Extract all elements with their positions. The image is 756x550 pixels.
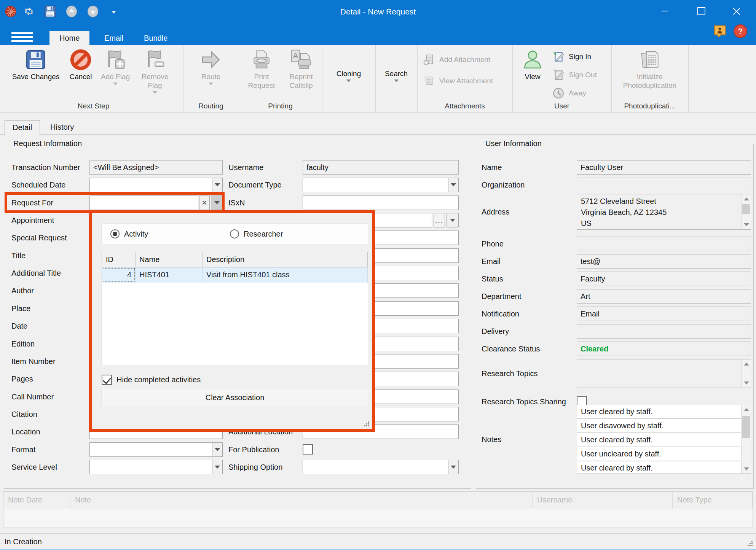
note-item[interactable]: User uncleared by staff.: [577, 447, 741, 461]
for-publication-checkbox[interactable]: [303, 444, 313, 455]
grid-cell-name[interactable]: HIST401: [136, 267, 203, 283]
cloning-button[interactable]: Cloning: [327, 47, 371, 82]
call-number-label: Call Number: [11, 389, 54, 404]
status-field: Faculty: [577, 272, 751, 286]
sign-in-button[interactable]: Sign In: [552, 50, 591, 63]
demote-icon[interactable]: [85, 3, 100, 19]
edition-label: Edition: [11, 337, 35, 351]
scheduled-date-input[interactable]: [89, 178, 223, 192]
hide-completed-checkbox[interactable]: [102, 375, 112, 385]
save-changes-button[interactable]: Save Changes: [9, 47, 62, 81]
special-request-label: Special Request: [11, 230, 67, 245]
department-field: Art: [577, 289, 751, 304]
shipping-option-input[interactable]: [303, 460, 459, 474]
scheduled-date-dropdown-button[interactable]: [212, 178, 223, 192]
button-label: Initialize Photoduplication: [614, 72, 686, 90]
researcher-radio[interactable]: Researcher: [230, 229, 283, 238]
dropdown-caret-icon: [394, 79, 399, 82]
note-grid-header-note[interactable]: Note: [70, 492, 533, 509]
reprint-callslip-icon: A: [290, 47, 312, 72]
note-item[interactable]: User cleared by staff.: [577, 461, 741, 474]
isxn-input[interactable]: [303, 196, 459, 210]
button-label: Reprint Callslip: [282, 72, 320, 90]
name-field: Faculty User: [577, 160, 751, 175]
date-label: Date: [11, 319, 27, 333]
ribbon-menu-button[interactable]: [11, 30, 34, 43]
button-label: Remove Flag: [134, 72, 176, 90]
popup-resize-grip[interactable]: [364, 421, 370, 428]
clear-association-button[interactable]: Clear Association: [102, 389, 368, 406]
note-grid-header-username[interactable]: Username: [533, 492, 673, 509]
request-for-dropdown-button[interactable]: [211, 196, 223, 210]
title-label: Title: [11, 248, 26, 263]
format-dropdown-button[interactable]: [212, 442, 223, 457]
ribbon-group-photoduplicati: Photoduplicati...Initialize Photoduplica…: [611, 45, 689, 112]
note-grid-header-note-type[interactable]: Note Type: [673, 492, 753, 509]
window-resize-grip[interactable]: [748, 541, 754, 547]
note-item[interactable]: User cleared by staff.: [577, 433, 741, 447]
maximize-button[interactable]: [690, 0, 713, 22]
cancel-button[interactable]: Cancel: [65, 47, 97, 81]
lookup-ellipsis-button[interactable]: ...: [434, 213, 445, 227]
grid-header-id[interactable]: ID: [102, 252, 136, 267]
chevron-down-icon: [450, 219, 455, 222]
tab-email[interactable]: Email: [94, 31, 133, 45]
activity-radio[interactable]: Activity: [110, 229, 148, 238]
item-number-label: Item Number: [11, 354, 56, 369]
request-for-clear-button[interactable]: ×: [199, 196, 210, 210]
service-level-input[interactable]: [89, 460, 223, 474]
request-information-title: Request Information: [10, 139, 85, 148]
service-level-dropdown-button[interactable]: [212, 460, 223, 474]
username-label: Username: [228, 160, 263, 175]
document-type-input[interactable]: [303, 178, 459, 192]
user-tip-icon[interactable]: [713, 24, 727, 38]
note-grid-header-note-date[interactable]: Note Date: [3, 492, 70, 509]
sync-icon[interactable]: [21, 3, 37, 19]
cancel-icon: [70, 47, 92, 72]
grid-header-description[interactable]: Description: [203, 252, 368, 267]
shipping-option-dropdown-button[interactable]: [448, 460, 459, 474]
app-logo-icon[interactable]: [3, 3, 18, 19]
format-input[interactable]: [89, 442, 223, 457]
tab-home[interactable]: Home: [49, 31, 89, 45]
tab-bundle[interactable]: Bundle: [134, 31, 177, 45]
save-icon[interactable]: [43, 3, 58, 19]
notes-scrollbar[interactable]: [741, 405, 751, 474]
view-button[interactable]: View: [515, 47, 550, 81]
appointment-label: Appointment: [11, 213, 54, 227]
help-icon[interactable]: ?: [733, 24, 748, 38]
scroll-thumb[interactable]: [742, 416, 750, 438]
grid-header-name[interactable]: Name: [136, 252, 203, 267]
promote-icon[interactable]: [64, 3, 79, 19]
radio-dot-icon: [110, 229, 120, 238]
sign-out-icon: [552, 68, 565, 81]
request-for-label: Request For: [11, 196, 53, 210]
grid-cell-id[interactable]: 4: [102, 267, 136, 283]
notes-list: User cleared by staff.User disavowed by …: [577, 405, 751, 474]
status-bar: In Creation: [0, 533, 756, 550]
author-label: Author: [11, 283, 34, 298]
note-item[interactable]: User cleared by staff.: [577, 405, 741, 419]
grid-cell-description[interactable]: Visit from HIST401 class: [203, 267, 368, 283]
close-button[interactable]: [725, 0, 748, 22]
ribbon-group-attachments: AttachmentsAdd AttachmentView Attachment: [417, 45, 513, 112]
research-topics-scrollbar[interactable]: [741, 359, 751, 388]
tab-history[interactable]: History: [43, 120, 81, 134]
minimize-button[interactable]: [654, 0, 676, 22]
qat-customize-icon[interactable]: [109, 3, 119, 19]
request-for-input[interactable]: [89, 196, 198, 210]
scroll-thumb[interactable]: [742, 204, 750, 214]
address-label: Address: [482, 205, 509, 219]
search-button[interactable]: Search: [377, 47, 415, 82]
radio-label: Activity: [124, 230, 148, 238]
activity-grid[interactable]: IDNameDescription4HIST401Visit from HIST…: [102, 252, 368, 365]
tab-detail[interactable]: Detail: [5, 120, 40, 135]
hide-completed-label: Hide completed activities: [116, 375, 201, 384]
address-scrollbar[interactable]: [741, 194, 751, 229]
field-dropdown-button[interactable]: [447, 213, 459, 227]
chevron-down-icon: [215, 466, 220, 469]
ribbon-group-next-step: Next StepSave ChangesCancelAdd FlagRemov…: [4, 45, 183, 112]
document-type-dropdown-button[interactable]: [448, 178, 459, 192]
note-item[interactable]: User disavowed by staff.: [577, 419, 741, 433]
shipping-option-label: Shipping Option: [228, 460, 282, 474]
